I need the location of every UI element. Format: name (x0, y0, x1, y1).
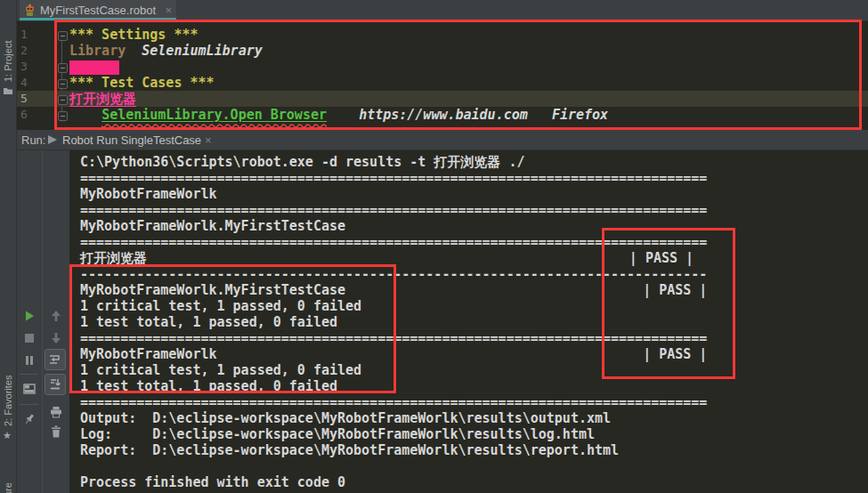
stop-icon (24, 333, 35, 343)
soft-wrap-button[interactable] (45, 349, 66, 370)
line-number: 4 (20, 75, 35, 91)
rerun-button[interactable] (20, 306, 39, 326)
console-line: Process finished with exit code 0 (69, 474, 868, 490)
console-line: ----------------------------------------… (69, 266, 868, 282)
console-line: Report: D:\eclipse-workspace\MyRobotFram… (69, 442, 868, 458)
toolbar-divider (42, 150, 43, 493)
editor-line[interactable]: 3 (16, 59, 868, 75)
pause-icon (24, 355, 35, 366)
console-line: ========================================… (69, 234, 868, 250)
token-setting: Library (69, 43, 126, 59)
console-line: Output: D:\eclipse-workspace\MyRobotFram… (69, 410, 868, 426)
console-line: MyRobotFrameWorlk.MyFirstTestCase | PASS… (69, 282, 868, 298)
stop-button[interactable] (20, 328, 39, 348)
code-text: 打开浏览器 (69, 91, 136, 107)
scroll-to-end-button[interactable] (45, 374, 66, 395)
console-line: MyRobotFrameWorlk.MyFirstTestCase (69, 218, 868, 234)
layout-icon (23, 383, 36, 395)
restore-layout-button[interactable] (20, 379, 39, 399)
console-line: ========================================… (69, 394, 868, 410)
line-number: 3 (20, 59, 35, 75)
scroll-down-button[interactable] (46, 328, 66, 348)
tab-myfirsttestcase[interactable]: MyFirstTestCase.robot × (20, 0, 176, 20)
scroll-up-button[interactable] (46, 306, 66, 326)
code-editor[interactable]: 1*** Settings ***2Library SeleniumLibrar… (16, 20, 868, 130)
editor-tab-bar: MyFirstTestCase.robot × (16, 0, 868, 21)
run-tab-close-icon[interactable]: × (205, 133, 212, 147)
code-text: *** Settings *** (69, 27, 199, 43)
token-arg: SeleniumLibrary (142, 43, 262, 59)
sidebar-item-structure[interactable]: ure (3, 482, 13, 493)
token-section: *** Test Cases *** (69, 75, 215, 91)
editor-line[interactable]: 2Library SeleniumLibrary (16, 43, 868, 59)
token-plain (69, 107, 101, 123)
close-icon[interactable]: × (165, 4, 172, 17)
token-plain (126, 43, 142, 59)
fold-marker-icon[interactable] (58, 95, 68, 105)
star-icon: ★ (3, 430, 13, 440)
printer-icon (50, 406, 62, 418)
active-tab-underline (20, 18, 176, 20)
code-text: Library SeleniumLibrary (69, 43, 263, 59)
editor-line[interactable]: 5打开浏览器 (16, 91, 868, 107)
console-line: Log: D:\eclipse-workspace\MyRobotFrameWo… (69, 426, 868, 442)
line-number: 5 (20, 91, 35, 107)
fold-marker-icon[interactable] (58, 63, 68, 73)
run-tab-play-icon (48, 135, 57, 144)
tool-window-stripe: 1: Project 2: Favorites ★ ure (0, 0, 17, 493)
token-plain (327, 107, 359, 123)
selection-highlight (69, 61, 119, 75)
line-number: 2 (20, 43, 35, 59)
token-arg: https://www.baidu.com (359, 107, 528, 123)
sidebar-item-project[interactable]: 1: Project (3, 41, 13, 82)
pin-button[interactable] (20, 409, 39, 429)
toolbar-separator (20, 374, 38, 375)
token-keyword: SeleniumLibrary.Open Browser (101, 107, 327, 123)
code-text: SeleniumLibrary.Open Browser https://www… (69, 107, 608, 123)
console-line: ========================================… (69, 330, 868, 346)
console-line: 打开浏览器 | PASS | (69, 250, 868, 266)
arrow-up-icon (51, 310, 61, 322)
run-tool-window-bar: Run: Robot Run SingleTestCase × (16, 130, 868, 150)
error-squiggle-wrap: SeleniumLibrary.Open Browser (101, 107, 327, 123)
console-line: ========================================… (69, 202, 868, 218)
line-number: 6 (20, 107, 35, 123)
pin-icon (23, 413, 36, 425)
console-line: ========================================… (69, 170, 868, 186)
pause-button[interactable] (20, 351, 39, 370)
console-line: 1 test total, 1 passed, 0 failed (69, 378, 868, 394)
console-line: 1 critical test, 1 passed, 0 failed (69, 298, 868, 314)
console-line: MyRobotFrameWorlk (69, 186, 868, 202)
code-text: *** Test Cases *** (69, 75, 215, 91)
line-number: 1 (20, 27, 35, 43)
scroll-to-end-icon (49, 378, 61, 391)
folder-icon (3, 85, 13, 96)
editor-line[interactable]: 1*** Settings *** (16, 27, 868, 43)
console-line: 1 critical test, 1 passed, 0 failed (69, 362, 868, 378)
console-line: 1 test total, 1 passed, 0 failed (69, 314, 868, 330)
tab-title: MyFirstTestCase.robot (40, 4, 156, 17)
editor-line[interactable]: 4*** Test Cases *** (16, 75, 868, 91)
fold-marker-icon[interactable] (58, 111, 68, 121)
fold-marker-icon[interactable] (58, 79, 68, 89)
print-button[interactable] (46, 402, 66, 422)
editor-line[interactable]: 6 SeleniumLibrary.Open Browser https://w… (16, 107, 868, 123)
console-line (69, 458, 868, 474)
token-plain (528, 107, 552, 123)
clear-console-button[interactable] (46, 422, 66, 441)
soft-wrap-icon (49, 353, 61, 366)
sidebar-item-favorites[interactable]: 2: Favorites (3, 376, 13, 426)
play-icon (23, 310, 36, 322)
run-console-toolbar (16, 150, 69, 493)
toolbar-separator (20, 404, 38, 405)
ide-window: { "colors": { "annotation_red": "#f43836… (0, 0, 868, 493)
fold-marker-icon[interactable] (58, 31, 68, 41)
run-tab-title[interactable]: Robot Run SingleTestCase (62, 133, 201, 147)
code-text (69, 59, 119, 75)
console-line: C:\Python36\Scripts\robot.exe -d results… (69, 154, 868, 170)
token-arg: Firefox (552, 107, 608, 123)
run-console-output[interactable]: C:\Python36\Scripts\robot.exe -d results… (69, 150, 868, 493)
trash-icon (51, 425, 61, 438)
run-label: Run: (21, 133, 45, 147)
token-testname: 打开浏览器 (69, 91, 136, 107)
